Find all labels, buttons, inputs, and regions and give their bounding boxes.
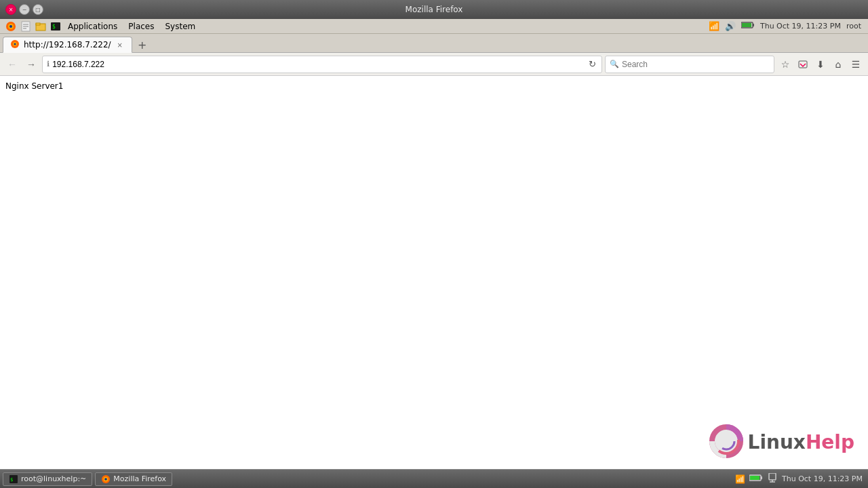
svg-point-25	[105, 478, 108, 481]
taskbar: $ root@linuxhelp:~ Mozilla Firefox 📶	[0, 469, 868, 488]
menu-bar-right: 📶 🔊 Thu Oct 19, 11:23 PM root	[709, 21, 867, 31]
svg-rect-28	[750, 476, 760, 480]
svg-rect-8	[36, 23, 40, 25]
active-tab[interactable]: http://192.168.7.222/ ×	[3, 37, 132, 53]
pocket-button[interactable]	[795, 56, 811, 73]
taskbar-firefox[interactable]: Mozilla Firefox	[95, 472, 172, 486]
tray-icon-1: 📶	[735, 474, 745, 484]
svg-text:$: $	[10, 477, 13, 483]
logo-swirl	[709, 424, 744, 461]
menu-bar: $ Applications Places System 📶 🔊 Thu Oct…	[0, 19, 868, 34]
page-content-area: Nginx Server1 LinuxHelp	[0, 76, 868, 488]
home-button[interactable]: ⌂	[830, 56, 846, 73]
terminal-icon: $	[49, 20, 62, 33]
texteditor-icon	[19, 20, 33, 33]
menu-applications[interactable]: Applications	[62, 20, 123, 33]
nav-bar: ← → ℹ ↻ 🔍 ☆ ⬇ ⌂ ☰	[0, 53, 868, 76]
firefox-icon	[4, 20, 18, 33]
taskbar-firefox-label: Mozilla Firefox	[113, 474, 166, 483]
svg-rect-27	[761, 476, 762, 479]
address-bar[interactable]	[52, 60, 587, 69]
search-bar-wrap: 🔍	[605, 56, 774, 73]
tab-close-button[interactable]: ×	[115, 40, 125, 49]
title-bar: × − □ Mozilla Firefox	[0, 0, 868, 19]
close-button[interactable]: ×	[5, 4, 16, 15]
volume-icon: 🔊	[725, 21, 736, 31]
taskbar-left: $ root@linuxhelp:~ Mozilla Firefox	[0, 472, 172, 486]
svg-rect-29	[769, 473, 776, 480]
tray-icon-2	[749, 474, 763, 484]
bookmark-star-button[interactable]: ☆	[777, 56, 793, 73]
taskbar-terminal[interactable]: $ root@linuxhelp:~	[3, 472, 92, 486]
menu-button[interactable]: ☰	[848, 56, 864, 73]
menu-places[interactable]: Places	[123, 20, 159, 33]
svg-rect-12	[753, 24, 754, 26]
logo-linux: Linux	[748, 431, 806, 453]
search-icon: 🔍	[610, 60, 619, 68]
tray-icon-3	[767, 473, 778, 485]
browser-window: $ Applications Places System 📶 🔊 Thu Oct…	[0, 19, 868, 488]
info-icon: ℹ	[47, 60, 50, 68]
svg-text:$: $	[52, 24, 56, 30]
battery-icon	[741, 21, 755, 31]
page-heading: Nginx Server1	[5, 81, 63, 91]
minimize-button[interactable]: −	[19, 4, 30, 15]
title-bar-left: × − □	[5, 4, 43, 15]
back-button[interactable]: ←	[4, 56, 20, 73]
tab-bar: http://192.168.7.222/ × +	[0, 34, 868, 53]
tab-label: http://192.168.7.222/	[24, 40, 111, 49]
svg-point-16	[14, 43, 16, 45]
forward-button[interactable]: →	[23, 56, 39, 73]
taskbar-right: 📶 Thu Oct 19, 11:23 PM	[735, 473, 868, 485]
menu-icons: $	[4, 20, 62, 33]
new-tab-button[interactable]: +	[135, 37, 150, 52]
nav-tools: ☆ ⬇ ⌂ ☰	[777, 56, 864, 73]
logo-help: Help	[806, 431, 854, 453]
logo-text: LinuxHelp	[748, 431, 854, 453]
taskbar-datetime: Thu Oct 19, 11:23 PM	[782, 474, 863, 483]
download-button[interactable]: ⬇	[812, 56, 829, 73]
address-bar-wrap: ℹ ↻	[42, 56, 602, 73]
network-icon: 📶	[709, 21, 719, 31]
menu-system[interactable]: System	[159, 20, 201, 33]
window-title: Mozilla Firefox	[406, 5, 463, 14]
linuxhelp-logo: LinuxHelp	[709, 424, 854, 461]
maximize-button[interactable]: □	[33, 4, 43, 15]
svg-point-2	[9, 25, 12, 28]
datetime: Thu Oct 19, 11:23 PM	[760, 22, 841, 30]
username: root	[846, 22, 861, 30]
tab-favicon	[10, 39, 20, 51]
search-input[interactable]	[622, 60, 770, 69]
svg-rect-13	[742, 23, 751, 27]
files-icon	[34, 20, 47, 33]
taskbar-terminal-label: root@linuxhelp:~	[21, 474, 86, 483]
reload-button[interactable]: ↻	[587, 59, 597, 69]
